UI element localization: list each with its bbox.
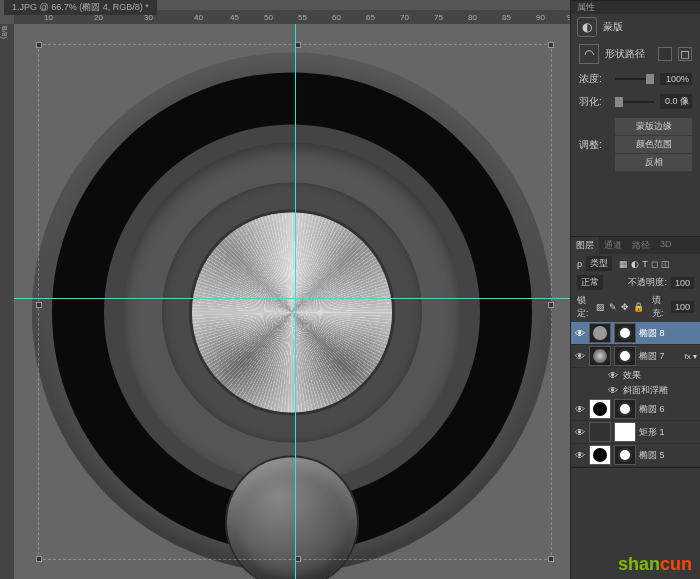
visibility-toggle[interactable]: 👁 <box>574 449 586 461</box>
tab-layers[interactable]: 图层 <box>571 237 599 254</box>
properties-tab[interactable]: 属性 <box>577 1 595 14</box>
mask-label: 蒙版 <box>603 20 623 34</box>
density-value[interactable]: 100% <box>660 73 692 85</box>
handle-br[interactable] <box>548 556 554 562</box>
layers-panel: 图层 通道 路径 3D ρ 类型 ▦ ◐ T ◻ ◫ 正常 不透明度: <box>571 237 700 468</box>
layer-ellipse-8[interactable]: 👁 椭圆 8 <box>571 322 700 345</box>
mask-edge-button[interactable]: 蒙版边缘 <box>615 118 692 135</box>
fill-value[interactable]: 100 <box>671 301 694 313</box>
fill-label: 填充: <box>652 294 667 320</box>
vector-mask-icon[interactable]: ◻ <box>678 47 692 61</box>
tab-channels[interactable]: 通道 <box>599 237 627 254</box>
blend-mode-select[interactable]: 正常 <box>577 275 603 290</box>
filter-smart-icon[interactable]: ◫ <box>661 259 670 269</box>
visibility-toggle[interactable]: 👁 <box>574 403 586 415</box>
handle-tl[interactable] <box>36 42 42 48</box>
lock-transparent-icon[interactable]: ▨ <box>596 302 605 312</box>
layer-ellipse-5[interactable]: 👁 椭圆 5 <box>571 444 700 467</box>
watermark: shancun <box>618 554 692 575</box>
canvas-viewport[interactable] <box>14 24 570 579</box>
shape-path-label: 形状路径 <box>605 47 645 61</box>
opacity-value[interactable]: 100 <box>671 277 694 289</box>
layer-name[interactable]: 矩形 1 <box>639 426 665 439</box>
lock-move-icon[interactable]: ✥ <box>621 302 629 312</box>
layer-name[interactable]: 椭圆 7 <box>639 350 665 363</box>
invert-button[interactable]: 反相 <box>615 154 692 171</box>
density-slider[interactable] <box>615 78 654 80</box>
lock-brush-icon[interactable]: ✎ <box>609 302 617 312</box>
handle-tr[interactable] <box>548 42 554 48</box>
feather-label: 羽化: <box>579 95 609 109</box>
visibility-toggle[interactable]: 👁 <box>574 426 586 438</box>
guide-vertical[interactable] <box>295 24 296 579</box>
feather-slider[interactable] <box>615 101 654 103</box>
canvas-area[interactable]: 1.JPG @ 66.7% (椭圆 4, RGB/8) * 10 20 30 4… <box>0 0 570 579</box>
shape-path-icon[interactable]: ◠ <box>579 44 599 64</box>
lock-all-icon[interactable]: 🔒 <box>633 302 644 312</box>
tab-3d[interactable]: 3D <box>655 237 677 254</box>
fx-effects[interactable]: 👁效果 <box>571 368 700 383</box>
handle-ml[interactable] <box>36 302 42 308</box>
visibility-toggle[interactable]: 👁 <box>574 350 586 362</box>
ruler-vertical[interactable]: B/8) <box>0 24 14 579</box>
mask-thumb <box>614 323 636 343</box>
filter-shape-icon[interactable]: ◻ <box>651 259 658 269</box>
guide-horizontal[interactable] <box>14 298 570 299</box>
fx-bevel[interactable]: 👁斜面和浮雕 <box>571 383 700 398</box>
opacity-label: 不透明度: <box>628 276 667 289</box>
layer-name[interactable]: 椭圆 6 <box>639 403 665 416</box>
handle-bl[interactable] <box>36 556 42 562</box>
layer-ellipse-6[interactable]: 👁 椭圆 6 <box>571 398 700 421</box>
density-label: 浓度: <box>579 72 609 86</box>
filter-text-icon[interactable]: T <box>642 259 648 269</box>
adjust-label: 调整: <box>579 138 609 152</box>
properties-panel: 属性 ◐ 蒙版 ◠ 形状路径 ◻ 浓度: 100% 羽化: 0.0 像 <box>571 0 700 237</box>
mask-icon[interactable]: ◐ <box>577 17 597 37</box>
tab-paths[interactable]: 路径 <box>627 237 655 254</box>
layer-name[interactable]: 椭圆 8 <box>639 327 665 340</box>
handle-mr[interactable] <box>548 302 554 308</box>
document-tab[interactable]: 1.JPG @ 66.7% (椭圆 4, RGB/8) * <box>4 0 157 15</box>
visibility-toggle[interactable]: 👁 <box>574 327 586 339</box>
shape-thumb <box>589 323 611 343</box>
pixel-mask-icon[interactable] <box>658 47 672 61</box>
layer-rect-1[interactable]: 👁 矩形 1 <box>571 421 700 444</box>
feather-value[interactable]: 0.0 像 <box>660 94 692 109</box>
color-range-button[interactable]: 颜色范围 <box>615 136 692 153</box>
layer-name[interactable]: 椭圆 5 <box>639 449 665 462</box>
filter-pixel-icon[interactable]: ▦ <box>619 259 628 269</box>
filter-adjust-icon[interactable]: ◐ <box>631 259 639 269</box>
filter-kind[interactable]: 类型 <box>586 256 612 271</box>
lock-label: 锁定: <box>577 294 592 320</box>
layer-ellipse-7[interactable]: 👁 椭圆 7 fx ▾ <box>571 345 700 368</box>
